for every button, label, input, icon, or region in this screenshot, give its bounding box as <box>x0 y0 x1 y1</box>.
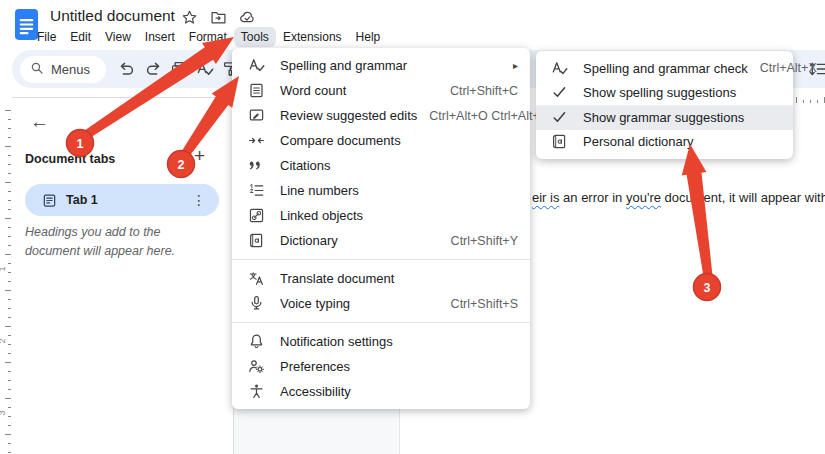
menus-search-button[interactable]: Menus <box>20 56 106 83</box>
panel-hint-text: Headings you add to the document will ap… <box>25 223 209 262</box>
menu-edit[interactable]: Edit <box>63 27 98 47</box>
vertical-ruler-number: 2 <box>0 338 7 343</box>
menu-item-label: Citations <box>280 158 518 173</box>
grammar-underlined-text: you're <box>626 190 661 205</box>
menu-item-label: Spelling and grammar check <box>583 61 748 76</box>
tools-menu-item-voice-typing[interactable]: Voice typingCtrl+Shift+S <box>232 291 530 316</box>
menu-item-label: Compare documents <box>280 133 518 148</box>
redo-icon[interactable] <box>144 60 162 78</box>
tools-menu-item-spelling-and-grammar[interactable]: Spelling and grammar▸ <box>232 53 530 78</box>
menu-file[interactable]: File <box>30 27 63 47</box>
submenu-arrow-icon: ▸ <box>513 60 518 71</box>
add-tab-button[interactable]: + <box>194 146 205 165</box>
menu-item-label: Voice typing <box>280 296 439 311</box>
menu-item-label: Dictionary <box>280 233 439 248</box>
menu-item-label: Show spelling suggestions <box>583 85 779 100</box>
menu-extensions[interactable]: Extensions <box>276 27 349 47</box>
personal-dictionary-icon <box>550 133 568 151</box>
tools-menu-item-linked-objects[interactable]: Linked objects <box>232 203 530 228</box>
move-folder-icon[interactable] <box>210 9 227 26</box>
tools-menu-item-review-suggested-edits[interactable]: Review suggested editsCtrl+Alt+O Ctrl+Al… <box>232 103 530 128</box>
star-icon[interactable] <box>181 9 198 26</box>
menu-item-label: Preferences <box>280 359 518 374</box>
tools-menu-item-accessibility[interactable]: Accessibility <box>232 379 530 404</box>
plain-text: document, it will appear with a squ <box>661 190 825 205</box>
accessibility-icon <box>247 383 265 401</box>
close-panel-button[interactable]: ← <box>30 112 49 131</box>
voice-typing-icon <box>247 295 265 313</box>
tab-item-tab-1[interactable]: Tab 1 ⋮ <box>25 184 219 216</box>
menu-item-label: Spelling and grammar <box>280 58 503 73</box>
grammar-underlined-text: eir is <box>532 190 559 205</box>
menu-item-label: Line numbers <box>280 183 518 198</box>
tab-label: Tab 1 <box>66 193 98 207</box>
citations-icon <box>247 157 265 175</box>
translate-icon <box>247 270 265 288</box>
plain-text: an error in <box>559 190 625 205</box>
header: Untitled document FileEditViewInsertForm… <box>0 0 825 50</box>
tools-menu-item-line-numbers[interactable]: Line numbers <box>232 178 530 203</box>
submenu-item-personal-dictionary[interactable]: Personal dictionary <box>536 130 793 155</box>
tools-menu-item-citations[interactable]: Citations <box>232 153 530 178</box>
tools-menu-item-compare-documents[interactable]: Compare documents <box>232 128 530 153</box>
menu-help[interactable]: Help <box>349 27 388 47</box>
document-text-line[interactable]: eir is an error in you're document, it w… <box>532 190 825 205</box>
vertical-ruler-number: 3 <box>0 410 7 415</box>
spell-check-icon[interactable] <box>196 60 214 78</box>
check-icon <box>550 84 568 102</box>
menu-divider <box>232 322 530 323</box>
tools-menu-item-preferences[interactable]: Preferences <box>232 354 530 379</box>
panel-title: Document tabs <box>25 152 115 166</box>
menus-search-label: Menus <box>51 62 90 77</box>
search-icon <box>30 61 44 78</box>
check-icon <box>550 108 568 126</box>
menu-item-label: Accessibility <box>280 384 518 399</box>
cloud-saved-icon[interactable] <box>239 9 256 26</box>
document-title[interactable]: Untitled document <box>50 7 175 25</box>
undo-icon[interactable] <box>118 60 136 78</box>
menu-item-shortcut: Ctrl+Alt+X <box>760 61 817 75</box>
title-action-icons <box>181 9 256 26</box>
print-icon[interactable] <box>170 60 188 78</box>
menu-item-shortcut: Ctrl+Shift+C <box>450 84 518 98</box>
menu-item-shortcut: Ctrl+Shift+S <box>451 297 518 311</box>
google-docs-window: Untitled document FileEditViewInsertForm… <box>0 0 825 454</box>
tab-doc-icon <box>42 193 57 208</box>
menu-tools[interactable]: Tools <box>234 27 276 47</box>
dictionary-icon <box>247 232 265 250</box>
menu-item-label: Personal dictionary <box>583 134 779 149</box>
menu-item-label: Review suggested edits <box>280 108 417 123</box>
menu-view[interactable]: View <box>98 27 138 47</box>
spellcheck-icon <box>550 59 568 77</box>
review-edits-icon <box>247 107 265 125</box>
vertical-ruler: 123 <box>0 106 12 454</box>
menu-format[interactable]: Format <box>182 27 234 47</box>
menu-item-label: Translate document <box>280 271 518 286</box>
spellcheck-icon <box>247 57 265 75</box>
menu-insert[interactable]: Insert <box>138 27 182 47</box>
line-numbers-icon <box>247 182 265 200</box>
menu-item-label: Notification settings <box>280 334 518 349</box>
compare-documents-icon <box>247 132 265 150</box>
tab-options-icon[interactable]: ⋮ <box>192 192 206 208</box>
submenu-item-show-grammar-suggestions[interactable]: Show grammar suggestions <box>536 105 793 130</box>
menu-item-label: Show grammar suggestions <box>583 110 779 125</box>
spelling-and-grammar-submenu: Spelling and grammar checkCtrl+Alt+XShow… <box>536 51 793 159</box>
tools-menu-item-dictionary[interactable]: DictionaryCtrl+Shift+Y <box>232 228 530 253</box>
notifications-icon <box>247 333 265 351</box>
menu-divider <box>232 259 530 260</box>
tools-menu: Spelling and grammar▸Word countCtrl+Shif… <box>232 48 530 409</box>
tools-menu-item-word-count[interactable]: Word countCtrl+Shift+C <box>232 78 530 103</box>
menubar: FileEditViewInsertFormatToolsExtensionsH… <box>30 27 387 47</box>
submenu-item-show-spelling-suggestions[interactable]: Show spelling suggestions <box>536 81 793 106</box>
tools-menu-item-notification-settings[interactable]: Notification settings <box>232 329 530 354</box>
vertical-ruler-number: 1 <box>0 266 7 271</box>
submenu-item-spelling-and-grammar-check[interactable]: Spelling and grammar checkCtrl+Alt+X <box>536 56 793 81</box>
document-tabs-panel: ← Document tabs + Tab 1 ⋮ Headings you a… <box>12 97 234 454</box>
preferences-icon <box>247 358 265 376</box>
tools-menu-item-translate-document[interactable]: Translate document <box>232 266 530 291</box>
menu-item-shortcut: Ctrl+Alt+O Ctrl+Alt+U <box>429 109 548 123</box>
menu-item-label: Linked objects <box>280 208 518 223</box>
menu-item-shortcut: Ctrl+Shift+Y <box>451 234 518 248</box>
word-count-icon <box>247 82 265 100</box>
